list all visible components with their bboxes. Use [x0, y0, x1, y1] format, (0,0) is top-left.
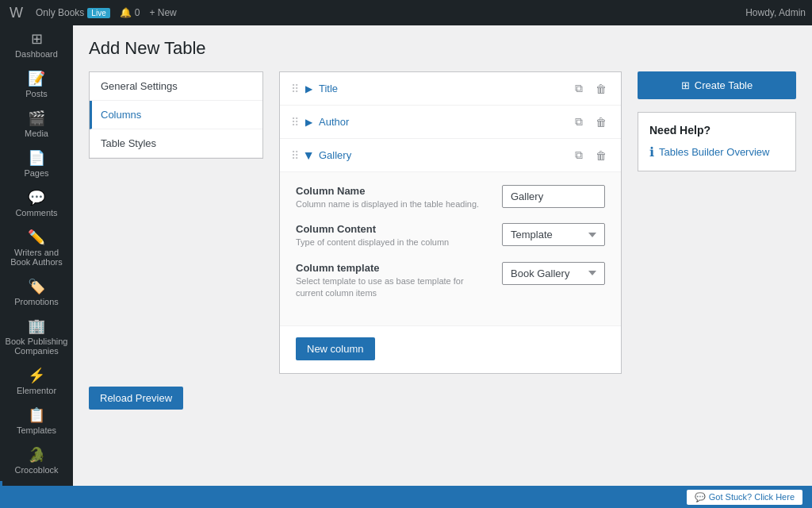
chevron-author: ▶ — [305, 117, 312, 128]
chat-icon: 💬 — [695, 492, 706, 502]
center-panel: ⠿ ▶ Title ⧉ 🗑 ⠿ ▶ Author — [279, 71, 622, 374]
templates-icon: 📋 — [28, 408, 45, 422]
sidebar-item-media[interactable]: 🎬 Media — [0, 105, 73, 144]
page-title: Add New Table — [89, 38, 796, 59]
column-template-select[interactable]: Book Gallery Default — [502, 262, 605, 285]
live-badge: Live — [87, 8, 109, 18]
sidebar-item-dashboard[interactable]: ⊞ Dashboard — [0, 25, 73, 65]
col-actions-title: ⧉ 🗑 — [572, 80, 610, 97]
tab-table-styles[interactable]: Table Styles — [90, 129, 262, 158]
field-row-column-name: Column Name Column name is displayed in … — [296, 185, 605, 210]
comments-icon: 💬 — [28, 190, 45, 205]
right-panel: ⊞ Create Table Need Help? ℹ Tables Build… — [638, 71, 796, 374]
elementor-icon: ⚡ — [28, 368, 45, 383]
reload-preview-area: Reload Preview — [89, 387, 796, 410]
tables-builder-overview-link[interactable]: ℹ Tables Builder Overview — [649, 144, 784, 160]
field-desc-column-name: Column name is displayed in the table he… — [296, 198, 486, 210]
wp-logo: W — [6, 5, 26, 21]
media-icon: 🎬 — [28, 111, 45, 125]
table-icon: ⊞ — [681, 79, 690, 91]
field-row-column-content: Column Content Type of content displayed… — [296, 223, 605, 248]
new-item[interactable]: + New — [149, 7, 176, 18]
tab-columns[interactable]: Columns — [90, 101, 262, 129]
sidebar-item-promotions[interactable]: 🏷️ Promotions — [0, 273, 73, 313]
column-name-input[interactable] — [502, 185, 605, 208]
field-label-column-content: Column Content — [296, 223, 486, 235]
column-content-select[interactable]: Template Text Image — [502, 223, 605, 246]
notif-item[interactable]: 🔔0 — [120, 7, 140, 18]
reload-preview-button[interactable]: Reload Preview — [89, 387, 183, 410]
howdy-text: Howdy, Admin — [745, 7, 806, 18]
chevron-title: ▶ — [305, 83, 312, 94]
help-title: Need Help? — [649, 124, 784, 137]
chevron-gallery: ▶ — [304, 152, 315, 159]
column-title-author: Author — [319, 116, 565, 128]
sidebar-item-comments[interactable]: 💬 Comments — [0, 184, 73, 224]
dashboard-icon: ⊞ — [31, 32, 43, 46]
column-title-gallery: Gallery — [319, 149, 565, 161]
col-actions-gallery: ⧉ 🗑 — [572, 147, 610, 164]
left-panel: General Settings Columns Table Styles — [89, 71, 263, 374]
sidebar-item-writers[interactable]: ✏️ Writers and Book Authors — [0, 224, 73, 273]
sidebar-item-posts[interactable]: 📝 Posts — [0, 65, 73, 105]
field-desc-column-template: Select template to use as base template … — [296, 275, 486, 300]
sidebar: ⊞ Dashboard 📝 Posts 🎬 Media 📄 Pages 💬 Co… — [0, 25, 73, 486]
help-box: Need Help? ℹ Tables Builder Overview — [638, 112, 796, 171]
sidebar-item-crocoblock[interactable]: 🐊 Crocoblock — [0, 441, 73, 481]
new-column-button[interactable]: New column — [296, 337, 375, 360]
column-row-title: ⠿ ▶ Title ⧉ 🗑 — [280, 72, 621, 106]
admin-bar: W Only Books Live 🔔0 + New Howdy, Admin — [0, 0, 812, 25]
column-header-gallery[interactable]: ⠿ ▶ Gallery ⧉ 🗑 — [280, 139, 621, 171]
publishing-icon: 🏢 — [28, 319, 45, 333]
sidebar-item-templates[interactable]: 📋 Templates — [0, 402, 73, 441]
pages-icon: 📄 — [28, 151, 45, 165]
col-actions-author: ⧉ 🗑 — [572, 114, 610, 130]
sidebar-item-pages[interactable]: 📄 Pages — [0, 144, 73, 184]
posts-icon: 📝 — [28, 71, 45, 86]
field-row-column-template: Column template Select template to use a… — [296, 262, 605, 300]
copy-author-button[interactable]: ⧉ — [572, 114, 586, 130]
tab-general-settings[interactable]: General Settings — [90, 72, 262, 101]
drag-handle-gallery[interactable]: ⠿ — [291, 149, 299, 162]
drag-handle-author[interactable]: ⠿ — [291, 116, 299, 129]
column-row-gallery: ⠿ ▶ Gallery ⧉ 🗑 Column Name — [280, 139, 621, 326]
got-stuck-button[interactable]: 💬 Got Stuck? Click Here — [687, 490, 802, 505]
promotions-icon: 🏷️ — [28, 279, 45, 294]
copy-title-button[interactable]: ⧉ — [572, 80, 586, 97]
main-content: Add New Table General Settings Columns T… — [73, 25, 812, 486]
info-icon: ℹ — [649, 144, 654, 160]
sidebar-item-elementor[interactable]: ⚡ Elementor — [0, 362, 73, 402]
column-body-gallery: Column Name Column name is displayed in … — [280, 171, 621, 325]
sidebar-item-publishing[interactable]: 🏢 Book Publishing Companies — [0, 313, 73, 362]
delete-gallery-button[interactable]: 🗑 — [592, 147, 610, 164]
delete-title-button[interactable]: 🗑 — [592, 80, 610, 97]
create-table-button[interactable]: ⊞ Create Table — [638, 71, 796, 99]
column-header-title[interactable]: ⠿ ▶ Title ⧉ 🗑 — [280, 72, 621, 105]
settings-tab: General Settings Columns Table Styles — [89, 71, 263, 159]
field-desc-column-content: Type of content displayed in the column — [296, 237, 486, 248]
copy-gallery-button[interactable]: ⧉ — [572, 147, 586, 164]
delete-author-button[interactable]: 🗑 — [592, 114, 610, 130]
drag-handle-title[interactable]: ⠿ — [291, 83, 299, 95]
column-row-author: ⠿ ▶ Author ⧉ 🗑 — [280, 106, 621, 139]
field-label-column-name: Column Name — [296, 185, 486, 197]
content-area: General Settings Columns Table Styles ⠿ … — [89, 71, 796, 374]
column-header-author[interactable]: ⠿ ▶ Author ⧉ 🗑 — [280, 106, 621, 138]
croco-icon: 🐊 — [28, 448, 45, 462]
bottom-bar: 💬 Got Stuck? Click Here — [0, 486, 812, 508]
column-title-title: Title — [319, 83, 565, 94]
site-name[interactable]: Only Books Live — [36, 7, 110, 18]
field-label-column-template: Column template — [296, 262, 486, 274]
writers-icon: ✏️ — [28, 230, 45, 244]
